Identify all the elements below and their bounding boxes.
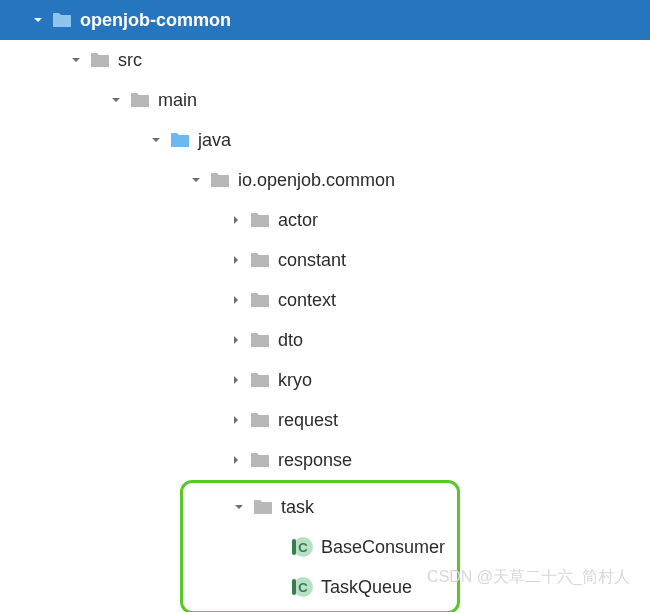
tree-item-label: openjob-common: [80, 10, 231, 31]
tree-item-dto[interactable]: dto: [0, 320, 650, 360]
tree-item-root[interactable]: openjob-common: [0, 0, 650, 40]
package-icon: [253, 497, 273, 517]
tree-item-label: task: [281, 497, 314, 518]
chevron-down-icon[interactable]: [68, 52, 84, 68]
tree-item-label: kryo: [278, 370, 312, 391]
tree-item-label: constant: [278, 250, 346, 271]
package-icon: [210, 170, 230, 190]
folder-source-icon: [170, 130, 190, 150]
folder-module-icon: [52, 10, 72, 30]
tree-item-label: io.openjob.common: [238, 170, 395, 191]
tree-item-constant[interactable]: constant: [0, 240, 650, 280]
package-icon: [250, 330, 270, 350]
tree-item-label: response: [278, 450, 352, 471]
tree-item-label: src: [118, 50, 142, 71]
chevron-down-icon[interactable]: [108, 92, 124, 108]
tree-item-label: context: [278, 290, 336, 311]
chevron-placeholder: [271, 539, 287, 555]
folder-icon: [90, 50, 110, 70]
project-tree: openjob-common src main java: [0, 0, 650, 612]
package-icon: [250, 210, 270, 230]
tree-item-label: dto: [278, 330, 303, 351]
highlight-annotation: task C BaseConsumer C TaskQueue: [180, 480, 460, 612]
chevron-down-icon[interactable]: [30, 12, 46, 28]
tree-item-taskqueue[interactable]: C TaskQueue: [3, 567, 457, 607]
tree-item-label: TaskQueue: [321, 577, 412, 598]
tree-item-label: java: [198, 130, 231, 151]
tree-item-baseconsumer[interactable]: C BaseConsumer: [3, 527, 457, 567]
tree-item-request[interactable]: request: [0, 400, 650, 440]
class-icon: C: [293, 577, 313, 597]
chevron-right-icon[interactable]: [228, 212, 244, 228]
package-icon: [250, 450, 270, 470]
tree-item-label: actor: [278, 210, 318, 231]
chevron-right-icon[interactable]: [228, 332, 244, 348]
chevron-down-icon[interactable]: [231, 499, 247, 515]
tree-item-context[interactable]: context: [0, 280, 650, 320]
tree-item-java[interactable]: java: [0, 120, 650, 160]
tree-item-task[interactable]: task: [3, 487, 457, 527]
chevron-right-icon[interactable]: [228, 252, 244, 268]
tree-item-package[interactable]: io.openjob.common: [0, 160, 650, 200]
chevron-right-icon[interactable]: [228, 452, 244, 468]
chevron-right-icon[interactable]: [228, 412, 244, 428]
tree-item-main[interactable]: main: [0, 80, 650, 120]
tree-item-label: BaseConsumer: [321, 537, 445, 558]
chevron-down-icon[interactable]: [188, 172, 204, 188]
chevron-placeholder: [271, 579, 287, 595]
tree-item-kryo[interactable]: kryo: [0, 360, 650, 400]
package-icon: [250, 290, 270, 310]
tree-item-response[interactable]: response: [0, 440, 650, 480]
package-icon: [250, 370, 270, 390]
tree-item-label: request: [278, 410, 338, 431]
package-icon: [250, 250, 270, 270]
tree-item-src[interactable]: src: [0, 40, 650, 80]
package-icon: [250, 410, 270, 430]
chevron-down-icon[interactable]: [148, 132, 164, 148]
chevron-right-icon[interactable]: [228, 292, 244, 308]
chevron-right-icon[interactable]: [228, 372, 244, 388]
tree-item-label: main: [158, 90, 197, 111]
folder-icon: [130, 90, 150, 110]
tree-item-actor[interactable]: actor: [0, 200, 650, 240]
class-icon: C: [293, 537, 313, 557]
